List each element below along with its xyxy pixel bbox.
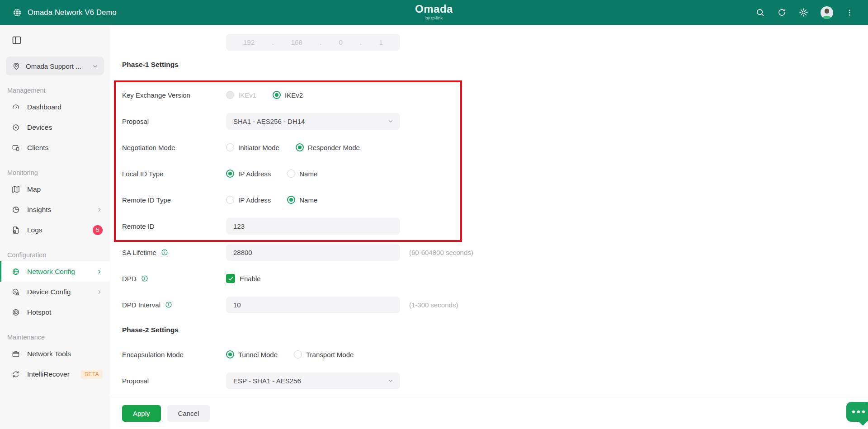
- sa-lifetime-hint: (60-604800 seconds): [409, 249, 473, 256]
- sidebar-item-label: IntelliRecover: [27, 370, 70, 378]
- sidebar-item-insights[interactable]: Insights: [0, 199, 110, 220]
- kebab-menu-icon[interactable]: [845, 9, 854, 17]
- negotiation-label: Negotiation Mode: [122, 144, 226, 151]
- sidebar-item-network-tools[interactable]: Network Tools: [0, 344, 110, 364]
- sidebar-item-map[interactable]: Map: [0, 179, 110, 199]
- remote-id-type-row: Remote ID Type IP Address Name: [122, 187, 868, 213]
- remote-id-input[interactable]: [226, 218, 400, 235]
- radio-remote-name[interactable]: Name: [287, 196, 317, 204]
- radio-button[interactable]: [226, 143, 234, 151]
- sidebar-item-label: Device Config: [27, 288, 71, 296]
- theme-sun-icon[interactable]: [799, 8, 808, 17]
- radio-button[interactable]: [294, 350, 302, 358]
- log-file-icon: [11, 226, 20, 235]
- radio-button[interactable]: [287, 170, 295, 178]
- radio-tunnel-mode[interactable]: Tunnel Mode: [226, 350, 278, 358]
- radio-button[interactable]: [296, 143, 304, 151]
- gauge-icon: [11, 103, 20, 112]
- info-icon[interactable]: [161, 249, 168, 256]
- sa-lifetime-input[interactable]: [226, 244, 400, 261]
- radio-button[interactable]: [226, 350, 234, 358]
- dpd-interval-input[interactable]: [226, 297, 400, 313]
- proposal1-value: SHA1 - AES256 - DH14: [233, 118, 305, 125]
- sidebar-collapse-icon[interactable]: [11, 35, 22, 46]
- form-footer: Apply Cancel: [111, 397, 868, 429]
- map-icon: [11, 185, 20, 194]
- beta-badge: BETA: [81, 370, 103, 379]
- ip-octet-4: 1: [379, 38, 382, 46]
- radio-local-name[interactable]: Name: [287, 170, 317, 178]
- apply-button[interactable]: Apply: [122, 405, 161, 422]
- sidebar-item-network-config[interactable]: Network Config: [0, 261, 110, 282]
- ip-dot: .: [360, 38, 362, 46]
- proposal1-select[interactable]: SHA1 - AES256 - DH14: [226, 113, 400, 130]
- hotspot-icon: [11, 308, 20, 317]
- dpd-interval-label: DPD Interval: [122, 301, 160, 309]
- radio-remote-ip-address[interactable]: IP Address: [226, 196, 271, 204]
- radio-transport-mode[interactable]: Transport Mode: [294, 350, 354, 358]
- refresh-icon[interactable]: [777, 8, 787, 17]
- radio-button[interactable]: [273, 91, 281, 99]
- info-icon[interactable]: [141, 275, 148, 282]
- location-pin-icon: [12, 61, 21, 71]
- omada-logo: Omada by tp-link: [415, 4, 453, 20]
- dpd-interval-hint: (1-300 seconds): [409, 301, 458, 309]
- user-avatar[interactable]: [821, 6, 833, 19]
- target-icon: [11, 123, 20, 132]
- radio-responder-mode[interactable]: Responder Mode: [296, 143, 360, 151]
- radio-ikev2[interactable]: IKEv2: [273, 91, 303, 99]
- sidebar-item-clients[interactable]: Clients: [0, 137, 110, 158]
- encapsulation-row: Encapsulation Mode Tunnel Mode Transport…: [122, 341, 868, 368]
- negotiation-row: Negotiation Mode Initiator Mode Responde…: [122, 134, 868, 160]
- chat-bubble-icon[interactable]: [846, 402, 868, 422]
- sidebar-item-dashboard[interactable]: Dashboard: [0, 97, 110, 117]
- local-id-type-label: Local ID Type: [122, 170, 226, 178]
- proposal2-row: Proposal ESP - SHA1 - AES256: [122, 368, 868, 394]
- sidebar-item-hotspot[interactable]: Hotspot: [0, 302, 110, 322]
- sidebar-item-devices[interactable]: Devices: [0, 117, 110, 137]
- remote-id-label: Remote ID: [122, 222, 226, 230]
- sidebar-item-label: Hotspot: [27, 308, 51, 316]
- sidebar-item-intellirecover[interactable]: IntelliRecover BETA: [0, 364, 110, 384]
- radio-local-ip-address[interactable]: IP Address: [226, 170, 271, 178]
- sidebar-item-logs[interactable]: Logs 5: [0, 220, 110, 240]
- dpd-enable-label: Enable: [240, 275, 261, 283]
- sidebar-item-label: Dashboard: [27, 103, 61, 111]
- site-selector[interactable]: Omada Support ...: [6, 57, 104, 75]
- dpd-enable-checkbox[interactable]: [226, 274, 235, 283]
- ip-dot: .: [320, 38, 321, 46]
- info-icon[interactable]: [165, 301, 172, 308]
- radio-initiator-mode[interactable]: Initiator Mode: [226, 143, 279, 151]
- app-header: Omada Network V6 Demo Omada by tp-link: [0, 0, 868, 25]
- section-label-monitoring: Monitoring: [7, 169, 110, 176]
- ip-octet-1: 192: [243, 38, 255, 46]
- chevron-down-icon: [92, 63, 99, 70]
- proposal1-row: Proposal SHA1 - AES256 - DH14: [122, 108, 868, 134]
- radio-ikev1[interactable]: IKEv1: [226, 91, 256, 99]
- remote-id-row: Remote ID: [122, 213, 868, 239]
- section-label-management: Management: [7, 87, 110, 94]
- sidebar-item-label: Insights: [27, 206, 51, 214]
- brand: Omada Network V6 Demo: [0, 8, 117, 18]
- sa-lifetime-label: SA Lifetime: [122, 249, 156, 256]
- search-icon[interactable]: [755, 8, 765, 17]
- sidebar-item-label: Clients: [27, 144, 48, 152]
- sidebar-item-label: Network Config: [27, 268, 75, 276]
- radio-button[interactable]: [226, 170, 234, 178]
- ip-address-input[interactable]: 192 . 168 . 0 . 1: [226, 34, 400, 51]
- sidebar-item-label: Logs: [27, 226, 42, 234]
- proposal2-select[interactable]: ESP - SHA1 - AES256: [226, 372, 400, 389]
- radio-button[interactable]: [226, 91, 234, 99]
- pie-icon: [11, 205, 20, 214]
- chevron-down-icon: [387, 377, 394, 384]
- section-label-maintenance: Maintenance: [7, 334, 110, 341]
- radio-button[interactable]: [287, 196, 295, 204]
- local-id-type-row: Local ID Type IP Address Name: [122, 160, 868, 187]
- cancel-button[interactable]: Cancel: [167, 405, 210, 422]
- ip-octet-3: 0: [339, 38, 342, 46]
- ip-dot: .: [272, 38, 274, 46]
- sidebar-item-device-config[interactable]: Device Config: [0, 282, 110, 302]
- omada-logo-word: Omada: [415, 4, 453, 14]
- globe-icon: [11, 267, 20, 276]
- radio-button[interactable]: [226, 196, 234, 204]
